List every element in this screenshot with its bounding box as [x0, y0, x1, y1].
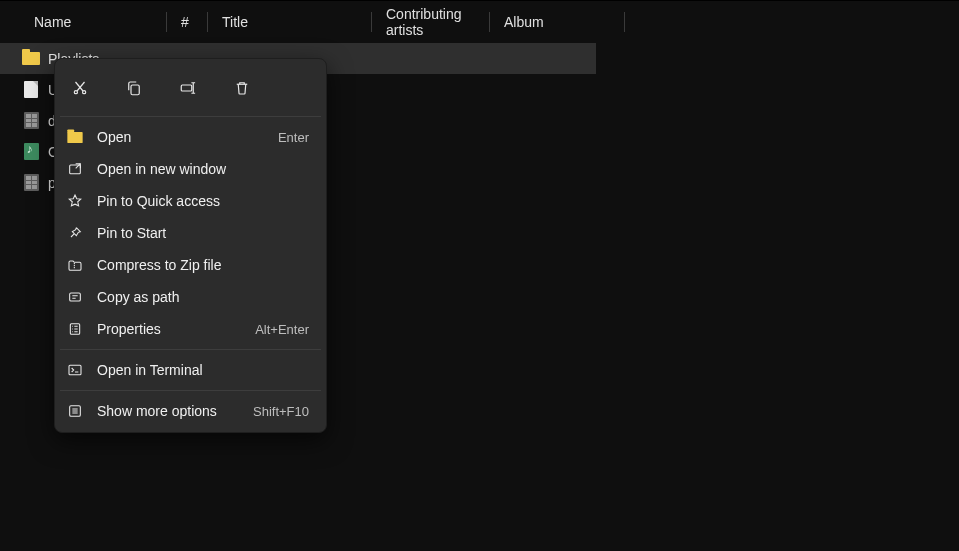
copy-icon [125, 79, 143, 97]
pin-icon [65, 223, 85, 243]
context-menu-icon-row [60, 64, 321, 112]
music-file-icon [22, 143, 40, 161]
folder-open-icon [65, 127, 85, 147]
menu-item-accelerator: Alt+Enter [255, 322, 309, 337]
svg-rect-3 [181, 85, 192, 91]
menu-item-open[interactable]: Open Enter [60, 121, 321, 153]
terminal-icon [65, 360, 85, 380]
column-contrib-label: Contributing artists [386, 6, 489, 38]
file-icon [22, 81, 40, 99]
svg-rect-2 [131, 85, 139, 95]
copy-path-icon [65, 287, 85, 307]
menu-item-properties[interactable]: Properties Alt+Enter [60, 313, 321, 345]
column-header-row: Name # Title Contributing artists Album [0, 0, 959, 43]
menu-item-open-terminal[interactable]: Open in Terminal [60, 354, 321, 386]
menu-item-label: Open in Terminal [97, 362, 309, 378]
column-album[interactable]: Album [490, 1, 624, 43]
rename-button[interactable] [173, 73, 203, 103]
context-menu-separator [60, 390, 321, 391]
svg-point-0 [74, 91, 77, 94]
context-menu: Open Enter Open in new window Pin to Qui… [54, 58, 327, 433]
column-title[interactable]: Title [208, 1, 371, 43]
cut-icon [71, 79, 89, 97]
svg-rect-7 [69, 365, 81, 374]
menu-item-accelerator: Enter [278, 130, 309, 145]
menu-item-label: Open [97, 129, 266, 145]
menu-item-label: Properties [97, 321, 243, 337]
menu-item-pin-start[interactable]: Pin to Start [60, 217, 321, 249]
menu-item-label: Pin to Start [97, 225, 309, 241]
column-title-label: Title [222, 14, 248, 30]
column-album-label: Album [504, 14, 544, 30]
column-hash-label: # [181, 14, 189, 30]
menu-item-show-more-options[interactable]: Show more options Shift+F10 [60, 395, 321, 427]
grid-file-icon [22, 112, 40, 130]
menu-item-label: Show more options [97, 403, 241, 419]
context-menu-separator [60, 116, 321, 117]
menu-item-label: Open in new window [97, 161, 309, 177]
grid-file-icon [22, 174, 40, 192]
svg-rect-4 [70, 165, 81, 174]
context-menu-separator [60, 349, 321, 350]
cut-button[interactable] [65, 73, 95, 103]
delete-button[interactable] [227, 73, 257, 103]
svg-rect-5 [70, 293, 81, 301]
menu-item-label: Compress to Zip file [97, 257, 309, 273]
column-contributing-artists[interactable]: Contributing artists [372, 1, 489, 43]
menu-item-pin-quick-access[interactable]: Pin to Quick access [60, 185, 321, 217]
properties-icon [65, 319, 85, 339]
menu-item-compress-zip[interactable]: Compress to Zip file [60, 249, 321, 281]
menu-item-copy-as-path[interactable]: Copy as path [60, 281, 321, 313]
rename-icon [179, 79, 197, 97]
copy-button[interactable] [119, 73, 149, 103]
menu-item-open-new-window[interactable]: Open in new window [60, 153, 321, 185]
column-name-label: Name [34, 14, 71, 30]
zip-icon [65, 255, 85, 275]
column-separator[interactable] [624, 12, 625, 32]
column-hash[interactable]: # [167, 1, 207, 43]
more-icon [65, 401, 85, 421]
svg-point-1 [83, 91, 86, 94]
menu-item-label: Copy as path [97, 289, 309, 305]
delete-icon [233, 79, 251, 97]
menu-item-accelerator: Shift+F10 [253, 404, 309, 419]
folder-icon [22, 50, 40, 68]
column-name[interactable]: Name [20, 1, 166, 43]
star-icon [65, 191, 85, 211]
new-window-icon [65, 159, 85, 179]
menu-item-label: Pin to Quick access [97, 193, 309, 209]
